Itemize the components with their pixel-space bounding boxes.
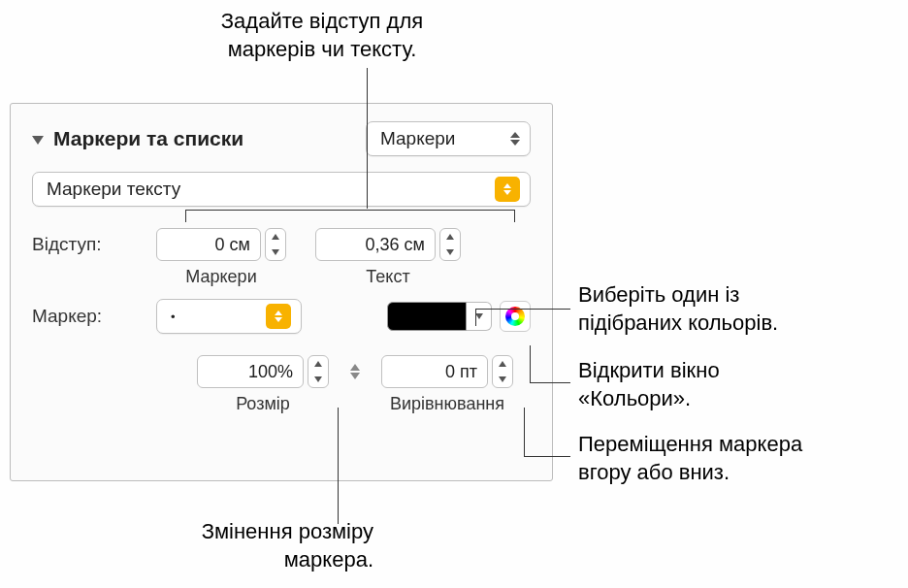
color-wheel-icon: [505, 307, 525, 326]
stepper-control-icon[interactable]: [492, 355, 513, 388]
indent-marker-stepper[interactable]: 0 см: [156, 228, 286, 261]
color-swatch[interactable]: [387, 302, 467, 331]
indent-text-value: 0,36 см: [366, 235, 425, 255]
indent-text-stepper[interactable]: 0,36 см: [315, 228, 461, 261]
stepper-control-icon[interactable]: [308, 355, 329, 388]
bullet-type-value: Маркери тексту: [47, 179, 180, 200]
alignment-value: 0 пт: [445, 362, 477, 382]
marker-glyph-select[interactable]: •: [156, 299, 302, 334]
marker-glyph-value: •: [171, 310, 176, 323]
callout-color-wheel: Відкрити вікно «Кольори».: [578, 357, 720, 412]
disclosure-triangle-icon[interactable]: [32, 136, 44, 145]
callout-alignment: Переміщення маркера вгору або вниз.: [578, 431, 802, 486]
chevron-updown-icon: [266, 304, 291, 329]
indent-text-caption: Текст: [366, 267, 409, 287]
indent-label: Відступ:: [32, 234, 101, 254]
indent-marker-caption: Маркери: [185, 267, 256, 287]
bullets-lists-panel: Маркери та списки Маркери Маркери тексту…: [10, 103, 553, 481]
stepper-control-icon[interactable]: [265, 228, 286, 261]
preset-select-value: Маркери: [380, 128, 455, 149]
stepper-control-icon[interactable]: [439, 228, 461, 261]
chevron-updown-icon: [510, 132, 520, 146]
section-title: Маркери та списки: [53, 127, 243, 150]
size-stepper[interactable]: 100%: [197, 355, 329, 388]
size-caption: Розмір: [236, 394, 290, 414]
vertical-align-icon: [346, 357, 364, 386]
callout-indent: Задайте відступ для маркерів чи тексту.: [177, 8, 468, 63]
indent-marker-value: 0 см: [215, 235, 250, 255]
marker-label: Маркер:: [32, 306, 102, 326]
preset-select[interactable]: Маркери: [366, 121, 531, 156]
alignment-stepper[interactable]: 0 пт: [381, 355, 513, 388]
callout-color-swatch: Виберіть один із підібраних кольорів.: [578, 281, 778, 337]
alignment-caption: Вирівнювання: [390, 394, 504, 414]
color-dropdown-button[interactable]: [467, 302, 492, 331]
size-value: 100%: [248, 362, 293, 382]
chevron-updown-icon: [495, 177, 520, 202]
bullet-type-select[interactable]: Маркери тексту: [32, 172, 531, 207]
color-wheel-button[interactable]: [500, 301, 531, 332]
callout-size: Змінення розміру маркера.: [131, 518, 373, 573]
